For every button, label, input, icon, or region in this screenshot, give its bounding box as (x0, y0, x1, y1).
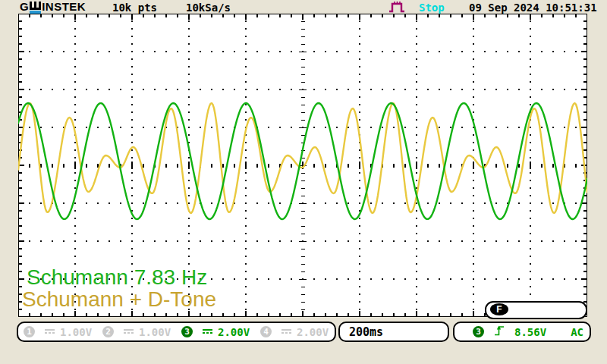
trigger-status-box[interactable]: 3 8.56V AC (453, 322, 591, 342)
fine-indicator-badge: F (490, 303, 508, 315)
trace-label-schumann-dtone: Schumann + D-Tone (22, 289, 216, 310)
trigger-source-badge: 3 (473, 326, 484, 337)
timebase-box[interactable]: 200ms (338, 322, 449, 342)
channel-1-indicator[interactable]: 1 1.00V (18, 323, 97, 340)
rising-edge-icon (494, 325, 505, 340)
timebase-value: 200ms (349, 325, 383, 339)
logo-text-instek: INSTEK (42, 1, 86, 13)
channel-3-scale: 2.00V (218, 326, 250, 338)
channel-3-indicator[interactable]: 3 2.00V (176, 323, 255, 340)
channel-4-badge: 4 (260, 326, 272, 337)
channel-4-indicator[interactable]: 4 2.00V (255, 323, 334, 340)
record-length: 10k pts (112, 2, 157, 14)
datetime: 09 Sep 2024 10:51:31 (469, 2, 597, 14)
oscilloscope-screen: GINSTEK 10k pts 10kSa/s Stop 09 Sep 2024… (0, 0, 607, 364)
logo-text-g: G (20, 1, 29, 13)
run-state: Stop (419, 2, 445, 14)
trace-schumann (18, 103, 587, 219)
sample-rate: 10kSa/s (186, 2, 231, 14)
gwinstek-logo: GINSTEK (20, 1, 86, 13)
dc-coupling-icon (45, 329, 55, 335)
top-status-bar: GINSTEK 10k pts 10kSa/s Stop 09 Sep 2024… (0, 0, 607, 14)
trace-label-schumann: Schumann 7.83 Hz (27, 267, 207, 288)
channel-2-indicator[interactable]: 2 1.00V (97, 323, 176, 340)
trigger-coupling: AC (571, 326, 583, 338)
dc-coupling-icon (124, 329, 134, 335)
channel-3-badge: 3 (181, 326, 193, 337)
channel-1-scale: 1.00V (60, 326, 92, 338)
channel-2-badge: 2 (102, 326, 114, 337)
channel-1-badge: 1 (24, 326, 35, 337)
fine-indicator-box[interactable]: F (485, 301, 587, 319)
channel-4-scale: 2.00V (297, 326, 329, 338)
channel-2-scale: 1.00V (139, 326, 171, 338)
trigger-level: 8.56V (514, 326, 546, 338)
dc-coupling-icon (281, 329, 291, 335)
channel-status-bar: 1 1.00V 2 1.00V 3 2.00V 4 2.00V (17, 322, 336, 342)
dc-coupling-icon (203, 329, 212, 335)
